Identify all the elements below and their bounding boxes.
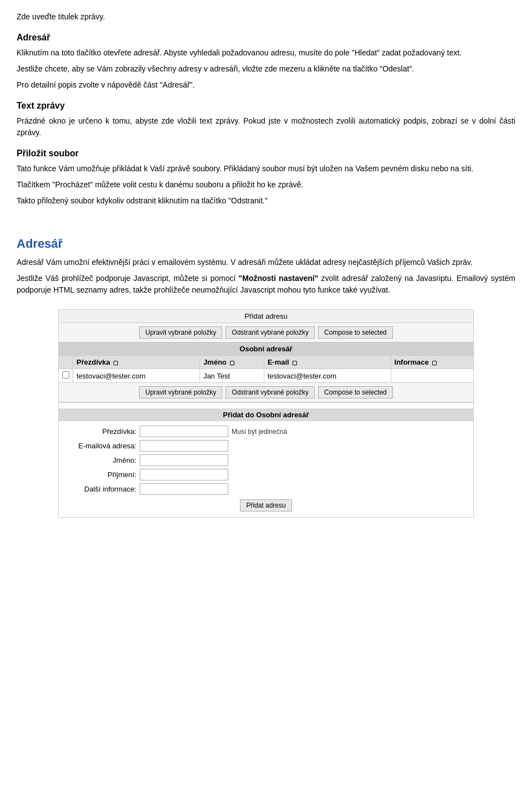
- address-book-table: Osobní adresář Přezdívka ▢ Jméno ▢ E-mai…: [58, 342, 474, 383]
- compose-to-selected-top-button[interactable]: Compose to selected: [318, 326, 393, 339]
- row1-checkbox[interactable]: [62, 371, 69, 378]
- section1-title: Adresář: [17, 33, 515, 43]
- label-prijmeni: Příjmení:: [70, 470, 136, 479]
- form-row-prijmeni: Příjmení:: [59, 469, 473, 480]
- top-add-row: Přidat adresu: [58, 309, 474, 323]
- table-section-header-row: Osobní adresář: [59, 342, 474, 356]
- address-book-widget: Přidat adresu Upravit vybrané položky Od…: [58, 309, 474, 518]
- label-prezdivka: Přezdívka:: [70, 427, 136, 436]
- label-email: E-mailová adresa:: [70, 442, 136, 450]
- input-dalsi[interactable]: [140, 483, 228, 495]
- edit-selected-top-button[interactable]: Upravit vybrané položky: [139, 326, 222, 339]
- bottom-control-buttons: Upravit vybrané položky Odstranit vybran…: [58, 383, 474, 402]
- section4-p1: Adresář Vám umožní efektivnější práci v …: [17, 257, 515, 268]
- form-row-dalsi: Další informace:: [59, 483, 473, 495]
- input-jmeno[interactable]: [140, 454, 228, 466]
- section3-p3: Takto přiložený soubor kdykoliv odstrani…: [17, 195, 515, 207]
- sort-email-icon[interactable]: ▢: [292, 360, 297, 366]
- row1-checkbox-cell: [59, 369, 73, 383]
- label-jmeno: Jméno:: [70, 456, 136, 464]
- header-prezdivka: Přezdívka ▢: [73, 356, 200, 369]
- header-email: E-mail ▢: [264, 356, 391, 369]
- section3-title: Přiložit soubor: [17, 149, 515, 158]
- section3-p2: Tlačítkem "Procházet" můžete volit cestu…: [17, 179, 515, 191]
- section4-title: Adresář: [17, 237, 515, 251]
- table-row: testovaci@tester.com Jan Test testovaci@…: [59, 369, 474, 383]
- input-email[interactable]: [140, 440, 228, 452]
- hint-prezdivka: Musí být jedinečná: [232, 428, 287, 436]
- edit-selected-bottom-button[interactable]: Upravit vybrané položky: [139, 386, 222, 398]
- form-row-jmeno: Jméno:: [59, 454, 473, 466]
- add-address-form: Přidat do Osobní adresář Přezdívka: Musí…: [58, 402, 474, 518]
- add-address-top-link[interactable]: Přidat adresu: [244, 312, 287, 320]
- sort-jmeno-icon[interactable]: ▢: [229, 360, 234, 366]
- input-prijmeni[interactable]: [140, 469, 228, 480]
- form-row-prezdivka: Přezdívka: Musí být jedinečná: [59, 426, 473, 437]
- header-checkbox-col: [59, 356, 73, 369]
- add-form-title: Přidat do Osobní adresář: [59, 408, 473, 421]
- add-address-submit-button[interactable]: Přidat adresu: [240, 499, 291, 511]
- section2-title: Text zprávy: [17, 101, 515, 111]
- top-control-buttons: Upravit vybrané položky Odstranit vybran…: [58, 323, 474, 342]
- section4-p2: Jestliže Váš prohlížeč podporuje Javascr…: [17, 273, 515, 296]
- table-section-label: Osobní adresář: [59, 342, 474, 356]
- section1-p3: Pro detailní popis zvolte v nápovědě čás…: [17, 79, 515, 91]
- section3-p1: Tato funkce Vám umožňuje přikládat k Vaš…: [17, 163, 515, 175]
- section1-p1: Kliknutím na toto tlačítko otevřete adre…: [17, 47, 515, 59]
- remove-selected-bottom-button[interactable]: Odstranit vybrané položky: [226, 386, 315, 398]
- row1-email: testovaci@tester.com: [264, 369, 391, 383]
- label-dalsi: Další informace:: [70, 485, 136, 493]
- table-header-row: Přezdívka ▢ Jméno ▢ E-mail ▢ Informace ▢: [59, 356, 474, 369]
- header-jmeno: Jméno ▢: [200, 356, 264, 369]
- form-row-email: E-mailová adresa:: [59, 440, 473, 452]
- form-submit-row: Přidat adresu: [59, 499, 473, 511]
- input-prezdivka[interactable]: [140, 426, 228, 437]
- header-informace: Informace ▢: [391, 356, 473, 369]
- row1-jmeno: Jan Test: [200, 369, 264, 383]
- remove-selected-top-button[interactable]: Odstranit vybrané položky: [226, 326, 315, 339]
- sort-prezdivka-icon[interactable]: ▢: [113, 360, 118, 366]
- sort-informace-icon[interactable]: ▢: [432, 360, 437, 366]
- options-bold: "Možnosti nastavení": [239, 274, 319, 283]
- compose-to-selected-bottom-button[interactable]: Compose to selected: [318, 386, 393, 398]
- section1-p2: Jestliže chcete, aby se Vám zobrazily vš…: [17, 63, 515, 75]
- intro-line: Zde uveďte titulek zprávy.: [17, 11, 515, 23]
- row1-informace: [391, 369, 473, 383]
- row1-prezdivka: testovaci@tester.com: [73, 369, 200, 383]
- section2-p1: Prázdné okno je určeno k tomu, abyste zd…: [17, 115, 515, 139]
